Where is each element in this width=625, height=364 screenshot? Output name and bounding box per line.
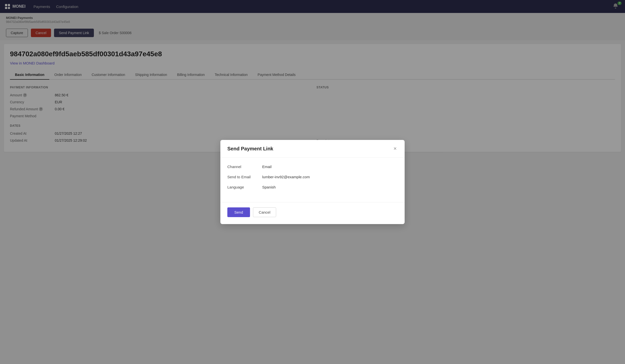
send-to-email-value: lumber-inv92@example.com bbox=[262, 175, 310, 179]
modal-cancel-button[interactable]: Cancel bbox=[253, 207, 276, 217]
modal-close-button[interactable]: × bbox=[392, 145, 398, 152]
modal-field-email: Send to Email lumber-inv92@example.com bbox=[227, 175, 398, 179]
send-to-email-label: Send to Email bbox=[227, 175, 262, 179]
modal-field-language: Language Spanish bbox=[227, 185, 398, 189]
language-label: Language bbox=[227, 185, 262, 189]
language-value: Spanish bbox=[262, 185, 276, 189]
modal-send-button[interactable]: Send bbox=[227, 207, 250, 217]
modal-divider bbox=[220, 202, 405, 202]
modal-field-channel: Channel Email bbox=[227, 165, 398, 169]
channel-label: Channel bbox=[227, 165, 262, 169]
modal-title: Send Payment Link bbox=[227, 146, 273, 152]
channel-value: Email bbox=[262, 165, 272, 169]
modal-footer: Send Cancel bbox=[220, 207, 405, 224]
modal-body: Channel Email Send to Email lumber-inv92… bbox=[220, 158, 405, 200]
modal-header: Send Payment Link × bbox=[220, 140, 405, 158]
send-payment-link-modal: Send Payment Link × Channel Email Send t… bbox=[220, 140, 405, 224]
modal-overlay: Send Payment Link × Channel Email Send t… bbox=[0, 0, 625, 364]
